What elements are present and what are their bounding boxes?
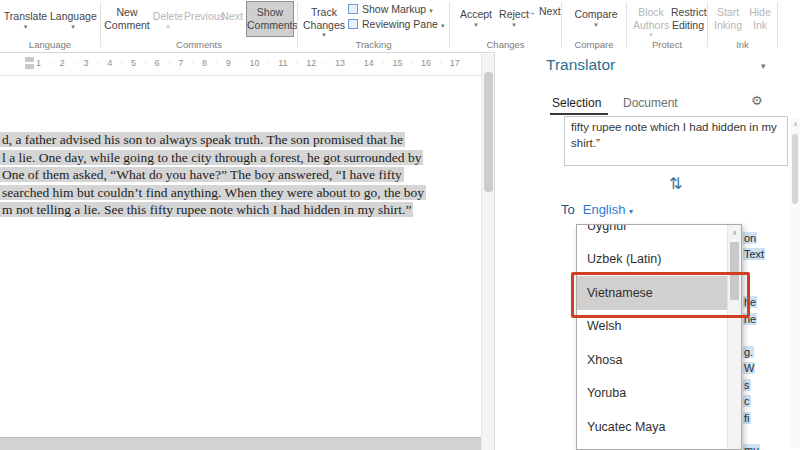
start-inking-button[interactable]: Start Inking [713, 6, 743, 31]
indent-marker[interactable] [25, 64, 34, 69]
ruler-tick: · [268, 58, 271, 68]
chevron-down-icon: ▾ [496, 22, 532, 27]
tab-selection[interactable]: Selection [552, 96, 601, 110]
result-text-fragment: ne [743, 313, 757, 325]
scrollbar-thumb[interactable] [792, 134, 798, 204]
start-inking-label-2: Inking [714, 19, 742, 31]
ribbon-review-tab: Translate ▾ Language ▾ Language New Comm… [0, 0, 800, 53]
ruler-number: 13 [335, 58, 345, 68]
scrollbar-thumb[interactable] [730, 242, 739, 300]
dropdown-item-welsh[interactable]: Welsh [577, 310, 727, 344]
tab-document[interactable]: Document [623, 96, 678, 110]
ruler-tick: · [239, 58, 242, 68]
chevron-down-icon: ▾ [3, 24, 48, 29]
to-label: To [561, 202, 575, 217]
scrollbar-thumb[interactable] [484, 72, 493, 192]
ruler-tick: · [96, 58, 99, 68]
hide-ink-button[interactable]: Hide Ink [746, 6, 774, 31]
result-text-fragment: fi [743, 412, 751, 424]
translate-button[interactable]: Translate ▾ [3, 10, 48, 29]
page-bottom-gap [0, 437, 481, 450]
track-changes-button[interactable]: Track Changes ▾ [303, 6, 345, 37]
ruler-number: 11 [278, 58, 287, 68]
active-tab-underline [550, 113, 608, 115]
reviewing-pane-button[interactable]: Reviewing Pane▾ [348, 18, 444, 30]
previous-label: Previous [184, 10, 225, 22]
delete-comment-button[interactable]: Delete ▾ [152, 10, 184, 29]
ruler-number: 10 [249, 58, 259, 68]
swap-languages-icon[interactable]: ⇅ [669, 174, 682, 193]
next-comment-button[interactable]: Next [220, 10, 244, 23]
ribbon-group-comments: New Comment Delete ▾ Previous Next Show … [101, 0, 297, 52]
scroll-up-icon[interactable]: ∧ [728, 225, 741, 240]
document-scrollbar[interactable] [481, 54, 495, 450]
scroll-up-icon[interactable]: ∧ [791, 118, 800, 130]
ruler[interactable]: 1·2·3·4·5·6·7·8·9·10·11·12·13·14·15·16·1… [0, 54, 481, 76]
ribbon-group-compare: Compare ▾ Compare [562, 0, 626, 52]
document-line: searched him but couldn’t find anything.… [0, 184, 426, 202]
source-text-box[interactable]: fifty rupee note which I had hidden in m… [564, 116, 788, 166]
dropdown-scrollbar[interactable]: ∧ [727, 225, 741, 449]
show-markup-button[interactable]: Show Markup▾ [348, 3, 433, 15]
group-label-language: Language [0, 39, 100, 50]
ribbon-group-tracking: Track Changes ▾ Show Markup▾ Reviewing P… [298, 0, 449, 52]
chevron-down-icon: ▾ [303, 32, 345, 37]
previous-comment-button[interactable]: Previous [184, 10, 222, 23]
compare-button[interactable]: Compare ▾ [574, 8, 618, 27]
to-language-value: English [583, 202, 626, 217]
show-markup-icon [348, 4, 358, 14]
result-text-fragment: s [743, 379, 751, 391]
ruler-tick: · [168, 58, 171, 68]
accept-button[interactable]: Accept ▾ [456, 8, 496, 27]
reviewing-pane-label: Reviewing Pane [362, 18, 438, 30]
chevron-down-icon: ▾ [152, 24, 184, 29]
show-comments-label-1: Show [257, 6, 283, 18]
selected-paragraph[interactable]: d, a father advised his son to always sp… [0, 131, 426, 219]
restrict-editing-button[interactable]: Restrict Editing [671, 6, 705, 31]
pane-menu-caret-icon[interactable]: ▾ [761, 61, 766, 71]
result-text-fragment: Text [743, 248, 765, 260]
dropdown-item-uyghur[interactable]: Uyghur [577, 224, 727, 243]
dropdown-item-vietnamese[interactable]: Vietnamese [577, 276, 727, 310]
chevron-down-icon: ▾ [574, 22, 618, 27]
ruler-number: 16 [421, 58, 431, 68]
language-dropdown-list: UyghurUzbek (Latin)VietnameseWelshXhosaY… [576, 224, 742, 450]
chevron-down-icon: ▾ [441, 22, 445, 29]
group-label-tracking: Tracking [298, 39, 449, 50]
group-label-compare: Compare [562, 39, 626, 50]
chevron-down-icon: ▾ [629, 207, 633, 216]
word-review-window: Translate ▾ Language ▾ Language New Comm… [0, 0, 800, 450]
block-authors-button[interactable]: Block Authors ▾ [633, 6, 669, 37]
dropdown-item-uzbek-latin[interactable]: Uzbek (Latin) [577, 243, 727, 277]
dropdown-item-xhosa[interactable]: Xhosa [577, 343, 727, 377]
dropdown-item-yoruba[interactable]: Yoruba [577, 377, 727, 411]
pane-title: Translator [546, 56, 615, 74]
next-arrow-icon: → [526, 6, 536, 17]
ribbon-group-changes: Accept ▾ Reject ▾ →Next Changes [450, 0, 561, 52]
chevron-down-icon: ▾ [50, 24, 96, 29]
ruler-tick: · [410, 58, 413, 68]
group-divider [777, 2, 778, 47]
document-area[interactable]: d, a father advised his son to always sp… [0, 76, 481, 450]
result-text-fragment: c [743, 395, 751, 407]
new-comment-button[interactable]: New Comment [103, 6, 151, 31]
result-text-fragment: on [743, 232, 757, 244]
next-change-button[interactable]: →Next [526, 5, 561, 17]
tab-selection-label: Selection [552, 96, 601, 110]
group-label-ink: Ink [708, 39, 777, 50]
indent-marker[interactable] [25, 57, 34, 62]
ruler-number: 4 [107, 58, 112, 68]
pane-scrollbar[interactable]: ∧ [791, 118, 800, 448]
dropdown-items: UyghurUzbek (Latin)VietnameseWelshXhosaY… [577, 224, 727, 444]
block-authors-label-1: Block [638, 6, 664, 18]
ruler-tick: · [353, 58, 356, 68]
ruler-tick: · [73, 58, 76, 68]
show-comments-button[interactable]: Show Comments [246, 1, 294, 37]
document-line: d, a father advised his son to always sp… [0, 131, 426, 149]
gear-icon[interactable]: ⚙ [751, 93, 763, 108]
ruler-tick: · [382, 58, 385, 68]
ruler-number: 15 [392, 58, 402, 68]
language-button[interactable]: Language ▾ [50, 10, 96, 29]
dropdown-item-yucatec-maya[interactable]: Yucatec Maya [577, 410, 727, 444]
to-language-dropdown[interactable]: English ▾ [583, 202, 633, 217]
